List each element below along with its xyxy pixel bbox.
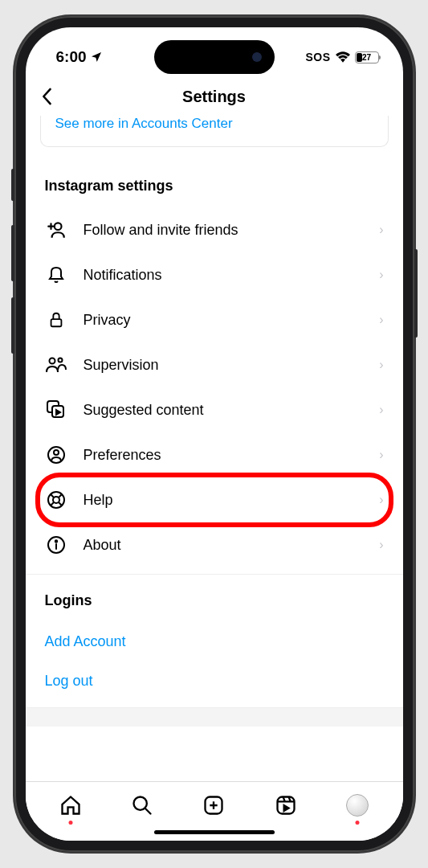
notification-dot [355,821,359,825]
tab-profile[interactable] [343,791,372,820]
dynamic-island [154,40,275,74]
nav-bar: Settings [26,77,403,116]
accounts-center-link-label: See more in Accounts Center [55,116,233,131]
chevron-right-icon: › [379,538,383,552]
row-label: Privacy [84,312,380,329]
section-title-logins: Logins [26,575,403,622]
back-button[interactable] [40,88,53,105]
row-label: Supervision [84,357,380,374]
tab-search[interactable] [128,791,157,820]
lock-icon [45,309,67,331]
location-icon [90,51,103,63]
section-title-instagram: Instagram settings [26,154,403,207]
row-about[interactable]: About › [26,522,403,567]
row-label: Suggested content [84,402,380,419]
wifi-icon [336,51,350,63]
bell-icon [45,264,67,286]
chevron-right-icon: › [379,448,383,462]
row-label: Follow and invite friends [84,222,380,239]
row-label: Preferences [84,447,380,464]
chevron-right-icon: › [379,268,383,282]
row-supervision[interactable]: Supervision › [26,342,403,387]
row-privacy[interactable]: Privacy › [26,297,403,342]
svg-rect-18 [277,796,294,813]
battery-icon: 27 [355,51,379,63]
row-notifications[interactable]: Notifications › [26,252,403,297]
row-preferences[interactable]: Preferences › [26,432,403,477]
follow-invite-icon [45,219,67,241]
tab-home[interactable] [56,791,85,820]
chevron-right-icon: › [379,403,383,417]
supervision-icon [45,354,67,376]
svg-point-12 [55,540,56,542]
help-icon [45,489,67,511]
page-title: Settings [182,88,246,106]
svg-rect-1 [51,319,61,326]
tab-create[interactable] [199,791,228,820]
row-help[interactable]: Help › [26,477,403,522]
chevron-right-icon: › [379,358,383,372]
settings-content: See more in Accounts Center Instagram se… [26,116,403,781]
svg-point-9 [53,497,59,503]
about-icon [45,534,67,556]
svg-point-3 [58,358,62,362]
suggested-icon [45,399,67,421]
row-label: Notifications [84,267,380,284]
chevron-right-icon: › [379,493,383,507]
chevron-right-icon: › [379,223,383,237]
home-indicator [154,830,275,834]
tab-reels[interactable] [271,791,300,820]
chevron-right-icon: › [379,313,383,327]
status-time: 6:00 [56,48,87,66]
svg-point-0 [54,223,61,230]
row-follow-invite[interactable]: Follow and invite friends › [26,207,403,252]
notification-dot [69,821,73,825]
svg-line-14 [145,808,151,813]
svg-point-7 [54,450,59,455]
add-account-link[interactable]: Add Account [26,622,403,661]
sos-indicator: SOS [305,51,330,63]
row-label: Help [84,492,380,509]
logout-link[interactable]: Log out [26,661,403,701]
avatar-icon [346,794,369,817]
row-label: About [84,537,380,554]
accounts-center-link[interactable]: See more in Accounts Center [40,116,389,147]
row-suggested[interactable]: Suggested content › [26,387,403,432]
svg-point-2 [49,358,55,364]
preferences-icon [45,444,67,466]
